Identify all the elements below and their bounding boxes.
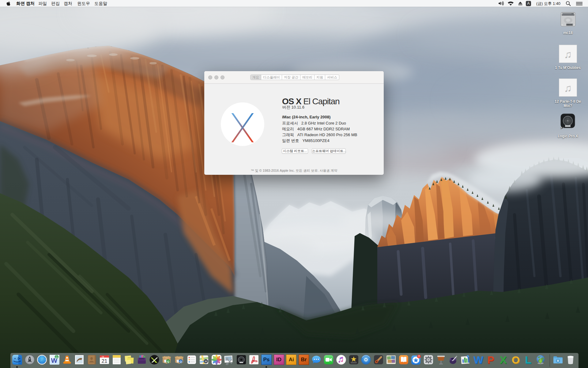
svg-text:Q: Q [167,360,169,363]
svg-text:2월: 2월 [102,355,104,357]
svg-text:mema: mema [128,357,131,358]
svg-text:30: 30 [205,360,207,362]
svg-text:7: 7 [418,355,420,358]
svg-text:21: 21 [101,358,107,364]
svg-text:Q: Q [179,360,182,363]
